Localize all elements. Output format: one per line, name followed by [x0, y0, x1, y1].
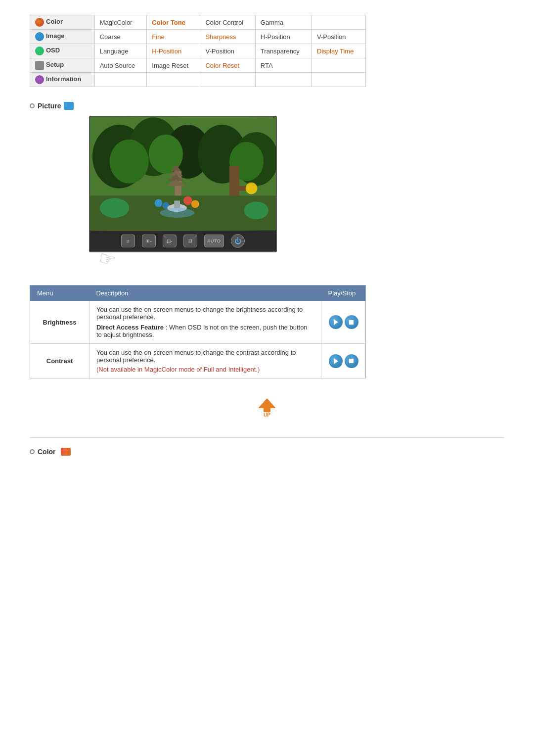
nav-item[interactable]: V-Position: [312, 30, 366, 44]
col-playstop: Play/Stop: [321, 285, 366, 301]
menu-contrast: Contrast: [30, 344, 89, 378]
data-table: Menu Description Play/Stop Brightness Yo…: [30, 285, 366, 378]
playstop-brightness: [321, 301, 366, 344]
svg-point-19: [183, 196, 192, 205]
nav-item: [312, 58, 366, 73]
color-heading-dot: [30, 449, 35, 454]
nav-item[interactable]: RTA: [255, 58, 312, 73]
nav-row: ImageCoarseFineSharpnessH-PositionV-Posi…: [30, 30, 366, 44]
nav-item[interactable]: Coarse: [94, 30, 147, 44]
desc-brightness: You can use the on-screen menus to chang…: [89, 301, 321, 344]
svg-point-26: [244, 201, 268, 219]
nav-item[interactable]: Gamma: [255, 15, 312, 30]
svg-point-25: [100, 198, 129, 218]
svg-rect-23: [174, 200, 180, 208]
nav-item[interactable]: Color Reset: [200, 58, 255, 73]
play-arrow-icon: [334, 319, 338, 325]
menu-button[interactable]: ≡: [121, 235, 135, 247]
nav-item: [312, 15, 366, 30]
nav-item: [147, 73, 200, 87]
table-row: Brightness You can use the on-screen men…: [30, 301, 366, 344]
nav-item[interactable]: Display Time: [312, 44, 366, 58]
nav-label-color[interactable]: Color: [30, 15, 95, 30]
svg-point-20: [191, 200, 199, 208]
play-stop-buttons: [328, 315, 358, 329]
picture-section: Picture: [30, 102, 504, 270]
nav-item: [94, 73, 147, 87]
heading-dot-icon: [30, 103, 35, 108]
picture-frame: ≡ ☀- ⊡- ⊟ AUTO ⏻: [89, 116, 277, 252]
picture-image: [90, 117, 276, 231]
nav-label-osd[interactable]: OSD: [30, 44, 95, 58]
nav-item[interactable]: V-Position: [200, 44, 255, 58]
color-section: Color: [30, 448, 504, 456]
power-button[interactable]: ⏻: [231, 234, 245, 248]
svg-point-17: [155, 199, 163, 207]
nav-row: SetupAuto SourceImage ResetColor ResetRT…: [30, 58, 366, 73]
col-menu: Menu: [30, 285, 89, 301]
color-heading: Color: [30, 448, 504, 456]
up-arrow-icon: UP: [258, 398, 276, 418]
picture-heading: Picture: [30, 102, 504, 110]
nav-icon-information: [35, 75, 44, 84]
play-arrow-icon-2: [334, 358, 338, 364]
stop-square-icon-2: [349, 359, 354, 363]
nav-item[interactable]: H-Position: [255, 30, 312, 44]
nav-item[interactable]: H-Position: [147, 44, 200, 58]
nav-icon-osd: [35, 47, 44, 55]
svg-point-27: [160, 208, 194, 218]
nav-item[interactable]: Language: [94, 44, 147, 58]
nav-label-setup[interactable]: Setup: [30, 58, 95, 73]
up-triangle: [258, 398, 276, 408]
play-stop-buttons-2: [328, 354, 358, 368]
display-button[interactable]: ⊟: [183, 235, 197, 247]
nav-item: [312, 73, 366, 87]
picture-heading-icon: [64, 102, 74, 110]
nav-label-information[interactable]: Information: [30, 73, 95, 87]
controls-bar: ≡ ☀- ⊡- ⊟ AUTO ⏻: [90, 231, 276, 251]
color-heading-icon: [61, 448, 71, 456]
svg-point-6: [110, 140, 149, 184]
nav-row: OSDLanguageH-PositionV-PositionTranspare…: [30, 44, 366, 58]
playstop-contrast: [321, 344, 366, 378]
nav-row: Information: [30, 73, 366, 87]
auto-button[interactable]: AUTO: [204, 235, 224, 247]
nav-item[interactable]: Sharpness: [200, 30, 255, 44]
nav-item[interactable]: Color Tone: [147, 15, 200, 30]
section-divider: [30, 437, 504, 438]
nav-icon-setup: [35, 61, 44, 70]
col-description: Description: [89, 285, 321, 301]
play-button-2[interactable]: [329, 354, 343, 368]
nav-row: ColorMagicColorColor ToneColor ControlGa…: [30, 15, 366, 30]
nav-icon-color: [35, 18, 44, 27]
table-row: Contrast You can use the on-screen menus…: [30, 344, 366, 378]
up-arrow-section: UP: [30, 393, 504, 427]
up-base: [264, 408, 270, 412]
navigation-table: ColorMagicColorColor ToneColor ControlGa…: [30, 15, 366, 87]
svg-point-24: [246, 183, 258, 194]
up-label: UP: [264, 412, 270, 418]
nav-item[interactable]: Fine: [147, 30, 200, 44]
nav-item[interactable]: Image Reset: [147, 58, 200, 73]
svg-rect-15: [232, 186, 247, 191]
play-button[interactable]: [329, 315, 343, 329]
nav-label-image[interactable]: Image: [30, 30, 95, 44]
nav-item[interactable]: MagicColor: [94, 15, 147, 30]
color-heading-label: Color: [38, 448, 56, 456]
nav-item[interactable]: Color Control: [200, 15, 255, 30]
adjust-button[interactable]: ⊡-: [163, 235, 177, 247]
nav-icon-image: [35, 32, 44, 41]
stop-square-icon: [349, 320, 354, 325]
picture-heading-label: Picture: [38, 102, 61, 110]
desc-contrast: You can use the on-screen menus to chang…: [89, 344, 321, 378]
nav-item: [255, 73, 312, 87]
brightness-button[interactable]: ☀-: [142, 235, 156, 247]
menu-brightness: Brightness: [30, 301, 89, 344]
garden-svg: [90, 117, 276, 231]
nav-item[interactable]: Auto Source: [94, 58, 147, 73]
stop-button[interactable]: [345, 315, 358, 329]
stop-button-2[interactable]: [345, 354, 358, 368]
nav-item[interactable]: Transparency: [255, 44, 312, 58]
nav-item: [200, 73, 255, 87]
